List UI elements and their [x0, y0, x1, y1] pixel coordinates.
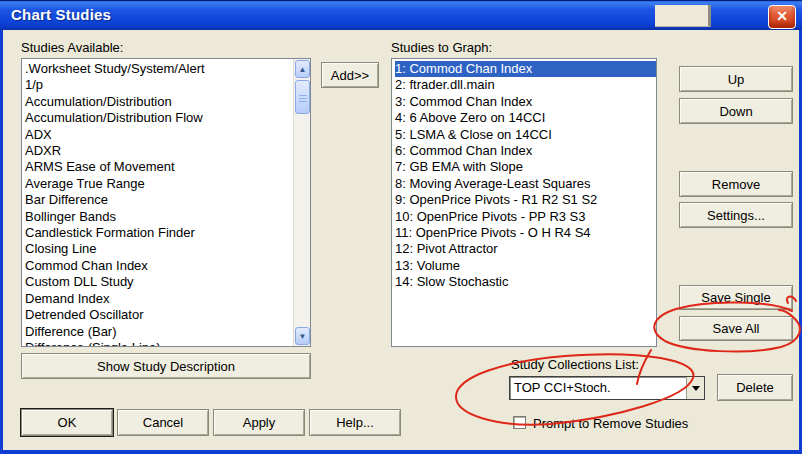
list-item[interactable]: 5: LSMA & Close on 14CCI: [395, 127, 656, 143]
close-icon: ✕: [776, 8, 788, 24]
list-item[interactable]: Detrended Oscillator: [25, 307, 293, 323]
list-item[interactable]: Candlestick Formation Finder: [25, 225, 293, 241]
apply-button[interactable]: Apply: [213, 409, 305, 436]
studies-available-list[interactable]: .Worksheet Study/System/Alert1/pAccumula…: [21, 58, 311, 347]
list-item[interactable]: Closing Line: [25, 241, 293, 257]
titlebar-artifact-box: [655, 5, 711, 27]
study-collections-dropdown[interactable]: TOP CCI+Stoch.: [509, 376, 705, 400]
list-item[interactable]: 8: Moving Average-Least Squares: [395, 176, 656, 192]
close-button[interactable]: ✕: [768, 5, 796, 29]
scroll-up-icon[interactable]: ▲: [295, 60, 310, 78]
ok-button[interactable]: OK: [21, 409, 113, 436]
list-item[interactable]: 2: ftrader.dll.main: [395, 77, 656, 93]
remove-button[interactable]: Remove: [679, 171, 793, 197]
studies-to-graph-list[interactable]: 1: Commod Chan Index2: ftrader.dll.main3…: [391, 58, 657, 347]
show-study-description-button[interactable]: Show Study Description: [21, 353, 311, 379]
settings-button[interactable]: Settings...: [679, 202, 793, 228]
list-item[interactable]: Commod Chan Index: [25, 258, 293, 274]
dropdown-selected-value: TOP CCI+Stoch.: [514, 380, 611, 395]
scroll-down-icon[interactable]: ▼: [295, 327, 310, 345]
thumb-grip-icon: [299, 95, 307, 96]
list-item[interactable]: 7: GB EMA with Slope: [395, 159, 656, 175]
list-item[interactable]: 9: OpenPrice Pivots - R1 R2 S1 S2: [395, 192, 656, 208]
studies-available-label: Studies Available:: [21, 40, 123, 55]
list-item[interactable]: ADX: [25, 127, 293, 143]
list-item[interactable]: 14: Slow Stochastic: [395, 274, 656, 290]
list-item[interactable]: 6: Commod Chan Index: [395, 143, 656, 159]
list-item[interactable]: Accumulation/Distribution: [25, 94, 293, 110]
list-item[interactable]: ARMS Ease of Movement: [25, 159, 293, 175]
list-item[interactable]: 12: Pivot Attractor: [395, 241, 656, 257]
list-item[interactable]: Bollinger Bands: [25, 209, 293, 225]
dropdown-arrow-button[interactable]: [686, 377, 704, 399]
cancel-button[interactable]: Cancel: [117, 409, 209, 436]
list-item[interactable]: 13: Volume: [395, 258, 656, 274]
prompt-remove-checkbox-label: Prompt to Remove Studies: [533, 416, 688, 431]
list-item[interactable]: ADXR: [25, 143, 293, 159]
list-item[interactable]: Bar Difference: [25, 192, 293, 208]
list-item[interactable]: Accumulation/Distribution Flow: [25, 110, 293, 126]
add-button[interactable]: Add>>: [321, 62, 379, 88]
window-title: Chart Studies: [11, 6, 111, 23]
chart-studies-dialog: Chart Studies ✕ Studies Available: .Work…: [0, 0, 802, 454]
studies-available-scrollbar[interactable]: ▲ ▼: [293, 59, 310, 346]
list-item[interactable]: 3: Commod Chan Index: [395, 94, 656, 110]
list-item[interactable]: 4: 6 Above Zero on 14CCI: [395, 110, 656, 126]
studies-to-graph-label: Studies to Graph:: [391, 40, 492, 55]
down-button[interactable]: Down: [679, 98, 793, 124]
save-all-button[interactable]: Save All: [679, 316, 793, 341]
list-item[interactable]: Average True Range: [25, 176, 293, 192]
list-item[interactable]: 1/p: [25, 77, 293, 93]
list-item[interactable]: Demand Index: [25, 291, 293, 307]
up-button[interactable]: Up: [679, 66, 793, 92]
list-item[interactable]: .Worksheet Study/System/Alert: [25, 61, 293, 77]
scroll-thumb[interactable]: [295, 80, 310, 114]
list-item[interactable]: Custom DLL Study: [25, 274, 293, 290]
list-item[interactable]: 1: Commod Chan Index: [395, 61, 656, 77]
prompt-remove-checkbox[interactable]: [513, 416, 526, 429]
titlebar: Chart Studies ✕: [0, 0, 802, 30]
study-collections-label: Study Collections List:: [511, 357, 639, 372]
list-item[interactable]: 10: OpenPrice Pivots - PP R3 S3: [395, 209, 656, 225]
list-item[interactable]: Difference (Bar): [25, 324, 293, 340]
chevron-down-icon: [692, 386, 700, 391]
list-item[interactable]: Difference (Single Line): [25, 340, 293, 346]
help-button[interactable]: Help...: [309, 409, 401, 436]
save-single-button[interactable]: Save Single: [679, 285, 793, 310]
list-item[interactable]: 11: OpenPrice Pivots - O H R4 S4: [395, 225, 656, 241]
delete-button[interactable]: Delete: [717, 374, 793, 401]
